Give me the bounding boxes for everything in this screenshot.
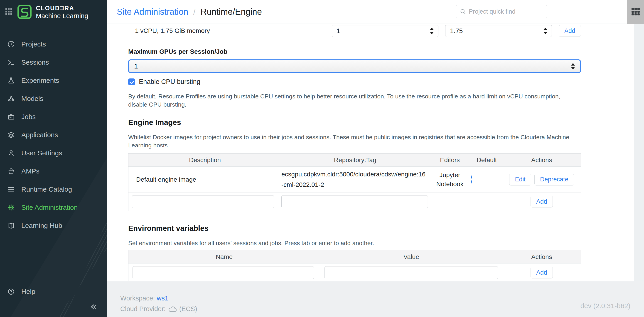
cloud-provider-value: (ECS) bbox=[179, 305, 197, 313]
scrollbar-track[interactable] bbox=[634, 24, 644, 281]
sidebar-item-label: Learning Hub bbox=[21, 222, 62, 230]
stepper-arrows-icon[interactable] bbox=[542, 25, 549, 37]
main-content: 1 vCPU, 1.75 GiB memory Add Maximum GPUs… bbox=[107, 24, 644, 281]
sidebar-item-amps[interactable]: AMPs bbox=[0, 162, 107, 180]
cpu-bursting-label: Enable CPU bursting bbox=[139, 78, 200, 85]
projects-icon bbox=[7, 40, 16, 48]
sidebar-item-projects[interactable]: Projects bbox=[0, 35, 107, 53]
sidebar-item-site-administration[interactable]: Site Administration bbox=[0, 198, 107, 217]
sidebar-item-label: Runtime Catalog bbox=[21, 186, 72, 193]
gear-icon bbox=[7, 203, 16, 212]
add-env-var-button[interactable]: Add bbox=[530, 267, 553, 279]
workspace-line: Workspace: ws1 bbox=[120, 281, 644, 302]
add-resource-profile-button[interactable]: Add bbox=[559, 25, 581, 37]
sidebar-item-label: Sessions bbox=[21, 58, 49, 66]
engine-images-description: Whitelist Docker images for project owne… bbox=[128, 133, 581, 149]
engine-images-heading: Engine Images bbox=[128, 118, 581, 127]
user-icon bbox=[7, 149, 16, 157]
edit-engine-image-button[interactable]: Edit bbox=[509, 174, 531, 186]
default-engine-radio[interactable] bbox=[471, 176, 472, 183]
apps-grid-button[interactable] bbox=[627, 0, 644, 24]
col-value: Value bbox=[320, 250, 503, 263]
new-engine-description-input[interactable] bbox=[132, 195, 274, 208]
col-actions: Actions bbox=[503, 154, 581, 166]
environment-variables-heading: Environment variables bbox=[128, 224, 581, 233]
sidebar-item-models[interactable]: Models bbox=[0, 90, 107, 108]
project-quick-find bbox=[456, 5, 547, 18]
environment-variable-add-row: Add bbox=[128, 264, 581, 282]
sidebar-item-learning-hub[interactable]: Learning Hub bbox=[0, 217, 107, 235]
sidebar-item-label: Jobs bbox=[21, 113, 36, 121]
resource-profile-row: 1 vCPU, 1.75 GiB memory Add bbox=[128, 24, 581, 38]
applications-icon bbox=[7, 131, 16, 139]
memory-input[interactable] bbox=[445, 25, 552, 37]
version-text: dev (2.0.31-b62) bbox=[580, 302, 630, 310]
col-editors: Editors bbox=[429, 154, 471, 166]
app-switcher-icon[interactable] bbox=[6, 8, 12, 16]
sidebar-item-jobs[interactable]: Jobs bbox=[0, 108, 107, 126]
sidebar: CLOUDƎRA Machine Learning Projects Sessi… bbox=[0, 0, 107, 317]
cpu-bursting-row: Enable CPU bursting bbox=[128, 78, 581, 85]
jobs-icon bbox=[7, 112, 16, 121]
book-icon bbox=[7, 221, 16, 230]
search-input[interactable] bbox=[469, 8, 547, 15]
environment-variables-table: Name Value Actions Add bbox=[128, 250, 581, 282]
stepper-arrows-icon[interactable] bbox=[428, 25, 435, 37]
sidebar-item-label: Models bbox=[21, 95, 43, 102]
max-gpus-select[interactable]: 1 bbox=[128, 59, 581, 73]
sidebar-nav: Projects Sessions Experiments Mod bbox=[0, 35, 107, 235]
col-description: Description bbox=[128, 154, 282, 166]
engine-image-editors: Jupyter Notebook bbox=[429, 171, 471, 189]
breadcrumb-site-administration-link[interactable]: Site Administration bbox=[117, 7, 188, 17]
cloud-provider-line: Cloud Provider: (ECS) bbox=[120, 305, 644, 313]
sidebar-item-label: Experiments bbox=[21, 77, 59, 84]
engine-image-row: Default engine image ecsgpu.cdpkvm.cldr:… bbox=[128, 167, 581, 193]
sidebar-item-label: User Settings bbox=[21, 149, 62, 157]
add-engine-image-button[interactable]: Add bbox=[530, 196, 553, 208]
models-icon bbox=[7, 94, 16, 103]
cpu-count-stepper bbox=[332, 25, 438, 37]
engine-images-table: Description Repository:Tag Editors Defau… bbox=[128, 153, 581, 211]
breadcrumb: Site Administration / Runtime/Engine bbox=[117, 0, 262, 24]
breadcrumb-current-page: Runtime/Engine bbox=[200, 7, 262, 17]
cloud-icon bbox=[168, 306, 177, 313]
sidebar-item-help[interactable]: Help bbox=[0, 283, 107, 301]
env-var-value-input[interactable] bbox=[324, 266, 498, 279]
sidebar-item-user-settings[interactable]: User Settings bbox=[0, 144, 107, 162]
cpu-bursting-description: By default, Resource Profiles are using … bbox=[128, 92, 581, 109]
list-icon bbox=[7, 185, 16, 194]
col-repository-tag: Repository:Tag bbox=[282, 154, 429, 166]
workspace-label: Workspace: bbox=[120, 295, 155, 302]
new-engine-repository-input[interactable] bbox=[282, 195, 428, 208]
cloud-provider-label: Cloud Provider: bbox=[120, 305, 166, 313]
col-default: Default bbox=[471, 154, 503, 166]
sessions-icon bbox=[7, 58, 16, 67]
cpu-bursting-checkbox[interactable] bbox=[128, 78, 135, 85]
sidebar-item-experiments[interactable]: Experiments bbox=[0, 71, 107, 90]
max-gpus-heading: Maximum GPUs per Session/Job bbox=[128, 48, 581, 55]
cpu-count-input[interactable] bbox=[332, 25, 438, 37]
sidebar-collapse-button[interactable]: « bbox=[90, 301, 97, 312]
environment-variables-table-header: Name Value Actions bbox=[128, 250, 581, 264]
env-var-name-input[interactable] bbox=[132, 266, 314, 279]
cloudera-ml-logo-icon bbox=[17, 4, 32, 20]
apps-grid-icon bbox=[631, 7, 640, 16]
engine-image-repository: ecsgpu.cdpkvm.cldr:5000/cloudera/cdsw/en… bbox=[282, 169, 429, 190]
engine-images-table-header: Description Repository:Tag Editors Defau… bbox=[128, 154, 581, 167]
workspace-link[interactable]: ws1 bbox=[157, 295, 168, 302]
sidebar-item-sessions[interactable]: Sessions bbox=[0, 53, 107, 71]
engine-image-add-row: Add bbox=[128, 193, 581, 211]
top-bar: Site Administration / Runtime/Engine + L… bbox=[107, 0, 644, 24]
memory-stepper bbox=[445, 25, 552, 37]
brand-text: CLOUDƎRA Machine Learning bbox=[36, 5, 88, 20]
deprecate-engine-image-button[interactable]: Deprecate bbox=[534, 174, 574, 186]
col-actions: Actions bbox=[503, 250, 581, 263]
sidebar-item-runtime-catalog[interactable]: Runtime Catalog bbox=[0, 180, 107, 198]
experiments-icon bbox=[7, 76, 16, 85]
sidebar-item-applications[interactable]: Applications bbox=[0, 126, 107, 144]
col-name: Name bbox=[128, 250, 320, 263]
help-icon bbox=[7, 287, 16, 296]
max-gpus-selected-value: 1 bbox=[134, 62, 138, 70]
resource-profile-label: 1 vCPU, 1.75 GiB memory bbox=[135, 27, 332, 34]
select-arrows-icon bbox=[571, 63, 575, 69]
